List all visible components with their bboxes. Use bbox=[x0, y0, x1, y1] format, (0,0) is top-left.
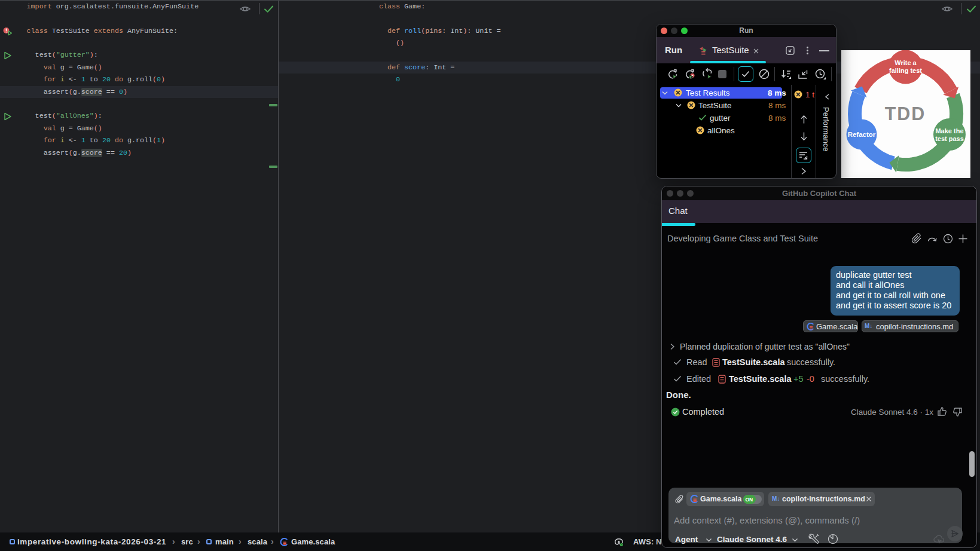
svg-text:test pass: test pass bbox=[935, 135, 964, 142]
svg-text:Write a: Write a bbox=[894, 59, 917, 66]
svg-text:Refactor: Refactor bbox=[848, 131, 876, 138]
svg-text:Make the: Make the bbox=[935, 127, 963, 134]
svg-text:TDD: TDD bbox=[885, 103, 926, 124]
svg-text:failing test: failing test bbox=[889, 67, 922, 74]
